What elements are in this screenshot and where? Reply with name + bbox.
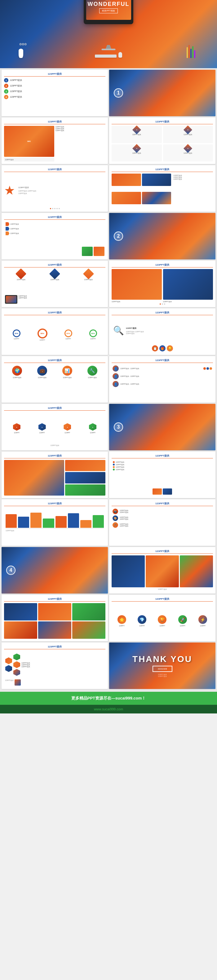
photo-3 [112,192,141,204]
slides-row-5: 123PPT提供 123PPT提供 123PPT提供 123PPT提供 [2,261,215,307]
list-text-4: 123PPT提供 [116,469,124,471]
agenda-text-4: 123PPT提供 [10,95,22,99]
slide-title-2: 123PPT提供 [4,120,105,124]
agenda-item-3: 3 123PPT提供 [4,89,105,94]
laptop-icon [5,295,18,304]
slides-container: 123PPT提供 1 123PPT提供 2 123PPT提供 3 123PPT提… [0,68,217,692]
circles-row: 🌍 123PPT提供 💼 123PPT提供 📊 123PPT提供 🔧 123PP… [4,364,105,400]
circle-4: 66% [89,329,97,337]
person-text-2: 123PPT提供 - 123PPT提供 [120,375,139,377]
circ-item-1: 🌍 123PPT提供 [5,366,29,399]
list-text-1: 123PPT提供 [116,461,124,463]
circ-item-3: 📊 123PPT提供 [56,366,79,399]
slide-title-14: 123PPT提供 [4,454,105,458]
four-items-grid: ✦ 123PPT提供 ✦ 123PPT提供 ✦ 123PPT提供 [112,126,213,161]
person-icons-1 [203,367,212,370]
person-2: 👤 123PPT提供 - 123PPT提供 [113,373,212,379]
grid-item-3: ✦ 123PPT提供 [112,145,162,162]
circ-label-3: 123PPT提供 [63,377,72,379]
hex-label-2: 123PPT [39,432,45,434]
slide-icon-circles: 123PPT提供 🌟 123PPT 💎 123PPT 🏆 123PPT 🚀 12… [109,595,215,641]
slide-title-19: 123PPT提供 [4,597,105,601]
agenda-num-2: 2 [4,84,8,88]
slide-title-17: 123PPT提供 [112,502,213,506]
hex-col-1 [5,657,12,672]
slide-col-left: IMG 123PPT提供 [4,126,54,161]
dot-active-2 [160,304,161,305]
agenda-num-1: 1 [4,78,8,83]
img-left-col: 123PPT提供 [112,269,162,302]
section3-badge: 3 [114,422,123,432]
icon-circle-3: 💡 [167,345,173,352]
footer-website-text: www.sucai999.com [94,707,123,711]
vase-decoration: ✿✿✿ [19,49,23,58]
icon-circles-row: 🌟 123PPT 💎 123PPT 🏆 123PPT 🚀 123PPT ⚡ [112,603,213,639]
magnify-icon: 🔍 [113,325,124,336]
thankyou-sub: 感谢您的观看 [158,668,167,670]
diamond-3: ✦ [132,144,141,153]
star-section: ★ 123PPT提供 123PPT提供 123PPT提供 123PPT提供 [4,173,105,207]
slides-row-1: 123PPT提供 1 123PPT提供 2 123PPT提供 3 123PPT提… [2,70,215,116]
dot-2-1 [162,304,163,305]
slides-row-8: 123PPT提供 ● 123PPT ● 123PPT ● 123PPT ● 12… [2,404,215,450]
circ-label-1: 123PPT提供 [13,377,21,379]
person-text-3: 123PPT提供 - 123PPT提供 [120,383,139,385]
img-left-text: 123PPT提供 [112,301,162,302]
small-photo-2 [65,472,105,483]
stat-label-2: 123PPT [39,339,45,341]
hex-label-1: 123PPT [14,432,19,434]
hex-bottom: 123PPT提供 [4,678,105,687]
slide-section2: 2 123PPT提供 123PPT提供 ● 123PPT提供 [109,213,215,259]
hex-item-2: ● 123PPT [38,423,46,434]
icircle-label-5: 123PPT [200,625,206,627]
icon-circle-2: 🎁 [160,345,166,352]
photo-grid-body: 123PPT提供123PPT提供123PPT提供 [112,173,213,209]
slide-images-row: 123PPT提供 123PPT提供 [109,547,215,593]
bullet-2 [113,464,115,466]
icircle-label-2: 123PPT [139,625,145,627]
slide-title-15: 123PPT提供 [112,454,213,458]
slide-title-12: 123PPT提供 [112,359,213,363]
diamond-4: ✦ [183,144,192,153]
circ-label-4: 123PPT提供 [88,377,97,379]
arrow-3 [6,232,9,235]
thankyou-extra: 123PPT提供123PPT提供 [158,673,166,677]
slide-title-3: 123PPT提供 [112,120,213,124]
icircle-2: 💎 123PPT [138,615,146,627]
ilist-text-1: 123PPT提供123PPT提供 [120,509,128,513]
bar-2 [18,517,29,528]
icircle-4: 🚀 123PPT [178,615,187,627]
icircle-icon-2: 💎 [138,615,146,624]
person-3: 👤 123PPT提供 - 123PPT提供 [113,381,212,387]
bar-chart-wrapper: 123PPT提供 [4,508,105,543]
person-1: 👤 123PPT提供 - 123PPT提供 [113,366,212,372]
agenda-items: 1 123PPT提供 2 123PPT提供 3 123PPT提供 4 123PP… [4,78,105,100]
dia-2 [49,269,60,279]
list-row-4: 123PPT提供 [113,469,212,471]
main-img-left [112,269,162,300]
hexp-3 [13,654,20,660]
photo-grid [112,173,171,209]
flow-text-3: 123PPT提供 [10,232,19,234]
icircle-icon-3: 🏆 [158,615,166,624]
slide-photo-collage: 123PPT提供 [2,595,108,641]
slides-row-13: 123PPT提供 123PPT提供123PPT提供123PPT提供 123PPT… [2,643,215,689]
photo-layout-body [4,460,105,496]
icon-circle-1: 📋 [152,345,158,352]
agenda-title: 123PPT提供 [4,72,105,76]
text-list: 123PPT提供 123PPT提供 123PPT提供 123PPT提供 [112,460,213,487]
photo-text: 123PPT提供123PPT提供123PPT提供 [172,173,213,209]
hex-col-2 [13,654,20,676]
flow-text-2: 123PPT提供 [10,228,19,230]
photo-2 [142,173,171,186]
arrow-2 [6,227,9,231]
icon-list-item-3: 🎵 123PPT提供123PPT提供 [113,522,212,528]
hex-bottom-text2: 123PPT提供 [5,679,14,686]
slide-search-icons: 123PPT提供 🔍 123PPT提供 123PPT提供 123PPT提供123… [109,309,215,355]
hex-item-3: ● 123PPT [64,423,71,434]
stat-3: 50% 123PPT [64,329,72,340]
thankyou-content: THANK YOU 感谢您的观看 123PPT提供123PPT提供 [132,643,192,689]
chart-axis [6,528,104,529]
circ-item-2: 💼 123PPT提供 [30,366,54,399]
pencils-decoration [187,45,195,58]
